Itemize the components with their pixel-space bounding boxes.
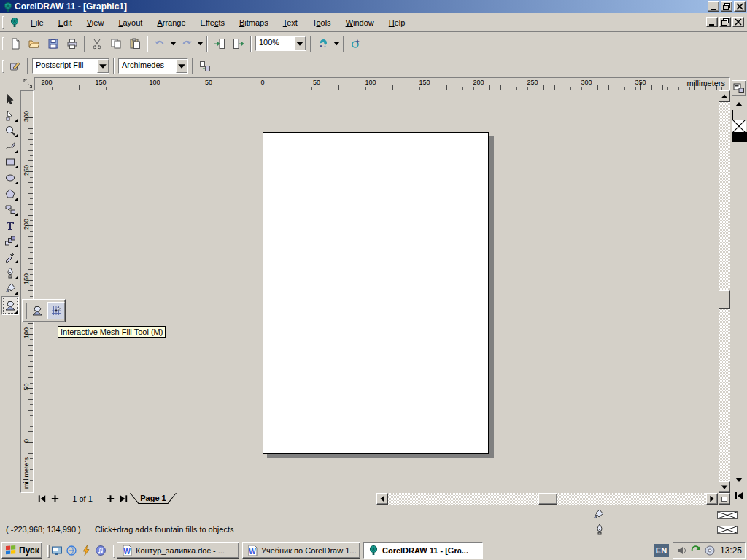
interactive-fill-tool-flyout-button[interactable]	[28, 302, 46, 319]
save-button[interactable]	[44, 35, 63, 52]
palette-options-button[interactable]	[732, 80, 746, 96]
print-button[interactable]	[63, 35, 82, 52]
horizontal-ruler[interactable]: millimeters 2001501005005010015020025030…	[34, 77, 730, 90]
flyout-grip[interactable]	[26, 303, 27, 319]
palette-expand-button[interactable]	[732, 490, 746, 502]
ruler-origin-icon[interactable]	[23, 78, 34, 90]
dropdown-arrow-button[interactable]	[169, 35, 177, 52]
vertical-scrollbar[interactable]	[719, 90, 730, 493]
toolbar-grip[interactable]	[2, 37, 4, 50]
ql-music-icon[interactable]	[95, 545, 107, 557]
interactive-fill-tool[interactable]	[1, 296, 19, 315]
pick-tool[interactable]	[1, 91, 19, 107]
launcher-button[interactable]	[314, 35, 333, 52]
minimize-button[interactable]	[708, 1, 719, 12]
fill-color-indicator[interactable]	[717, 511, 738, 519]
menu-arrange[interactable]: Arrange	[150, 15, 193, 30]
child-minimize-button[interactable]	[706, 17, 718, 27]
zoom-tool[interactable]	[1, 122, 19, 139]
open-button[interactable]	[25, 35, 44, 52]
child-restore-button[interactable]	[719, 17, 731, 27]
basic-shapes-tool[interactable]	[1, 201, 19, 217]
page-tab[interactable]: Page 1	[130, 493, 177, 504]
tray-cd-icon[interactable]	[704, 545, 716, 556]
tray-sync-icon[interactable]	[690, 545, 702, 556]
ql-ie-icon[interactable]	[66, 545, 78, 557]
propbar-grip[interactable]	[2, 60, 4, 73]
fill-type-dropdown-button[interactable]	[97, 59, 109, 73]
fill-type-combo[interactable]: Postscript Fill	[32, 58, 109, 74]
clock[interactable]: 13:25	[720, 545, 742, 556]
undo-button[interactable]	[150, 35, 169, 52]
add-page-after-button[interactable]	[105, 494, 116, 504]
language-indicator[interactable]: EN	[654, 544, 669, 557]
export-button[interactable]	[229, 35, 248, 52]
scroll-down-button[interactable]	[719, 481, 730, 493]
ql-desktop-icon[interactable]	[51, 545, 63, 557]
drawing-page[interactable]	[263, 132, 489, 454]
scroll-left-button[interactable]	[376, 493, 388, 505]
zoom-dropdown-button[interactable]	[294, 36, 306, 50]
palette-scroll-down-button[interactable]	[732, 475, 746, 483]
community-button[interactable]	[347, 35, 365, 52]
new-button[interactable]	[6, 35, 25, 52]
child-close-button[interactable]	[732, 17, 744, 27]
shape-tool[interactable]	[1, 107, 19, 123]
rectangle-tool[interactable]	[1, 154, 19, 170]
outline-color-indicator[interactable]	[717, 526, 738, 534]
first-page-button[interactable]	[36, 494, 47, 504]
title-bar[interactable]: CorelDRAW 11 - [Graphic1]	[0, 0, 747, 13]
menu-view[interactable]: View	[80, 15, 112, 30]
eyedropper-tool[interactable]	[1, 249, 19, 265]
dropdown-arrow-button[interactable]	[196, 35, 204, 52]
add-page-before-button[interactable]	[50, 494, 61, 504]
text-tool[interactable]	[1, 217, 19, 233]
ellipse-tool[interactable]	[1, 170, 19, 186]
menu-tools[interactable]: Tools	[305, 15, 338, 30]
menubar-grip[interactable]	[2, 16, 4, 29]
zoom-level-combo[interactable]: 100%	[255, 36, 306, 51]
tasks-grip[interactable]	[113, 545, 115, 558]
paste-button[interactable]	[125, 35, 144, 52]
close-button[interactable]	[734, 1, 746, 12]
redo-button[interactable]	[177, 35, 196, 52]
fill-name-combo[interactable]: Archimedes	[118, 58, 188, 74]
menu-text[interactable]: Text	[276, 15, 305, 30]
start-button[interactable]: Пуск	[1, 542, 42, 559]
horizontal-scrollbar[interactable]	[376, 493, 718, 505]
dropdown-arrow-button[interactable]	[333, 35, 341, 52]
edit-fill-button[interactable]	[6, 58, 25, 75]
restore-button[interactable]	[721, 1, 732, 12]
scroll-up-button[interactable]	[719, 90, 730, 102]
cut-button[interactable]	[88, 35, 107, 52]
menu-window[interactable]: Window	[338, 15, 382, 30]
outline-tool[interactable]	[1, 265, 19, 281]
drawing-canvas[interactable]	[34, 90, 719, 493]
tray-volume-icon[interactable]	[676, 545, 688, 556]
task-button-1[interactable]: WКонтур_заливка.doc - ...	[117, 542, 239, 559]
copy-fill-properties-button[interactable]	[196, 58, 214, 75]
app-icon[interactable]	[2, 1, 12, 12]
interactive-mesh-fill-tool-flyout-button[interactable]	[47, 302, 65, 319]
copy-button[interactable]	[107, 35, 125, 52]
menu-edit[interactable]: Edit	[51, 15, 80, 30]
last-page-button[interactable]	[118, 494, 129, 504]
vertical-scroll-thumb[interactable]	[719, 290, 730, 309]
import-button[interactable]	[210, 35, 229, 52]
document-navigator-button[interactable]	[719, 493, 730, 505]
scroll-right-button[interactable]	[706, 493, 718, 505]
task-button-2[interactable]: WУчебник по CorelDraw 1...	[242, 542, 360, 559]
quicklaunch-grip[interactable]	[47, 545, 50, 558]
menu-file[interactable]: File	[23, 15, 51, 30]
ql-winamp-icon[interactable]	[80, 545, 93, 557]
horizontal-scroll-thumb[interactable]	[538, 493, 557, 505]
menu-layout[interactable]: Layout	[111, 15, 150, 30]
vertical-ruler[interactable]: millimeters 300250200150100500	[20, 90, 34, 493]
fill-tool[interactable]	[1, 280, 19, 296]
palette-scroll-up-button[interactable]	[732, 100, 746, 108]
fill-name-dropdown-button[interactable]	[176, 59, 187, 73]
task-button-3[interactable]: CorelDRAW 11 - [Gra...	[363, 542, 483, 559]
interactive-blend-tool[interactable]	[1, 233, 19, 249]
menu-effects[interactable]: Effects	[193, 15, 232, 30]
polygon-tool[interactable]	[1, 186, 19, 202]
